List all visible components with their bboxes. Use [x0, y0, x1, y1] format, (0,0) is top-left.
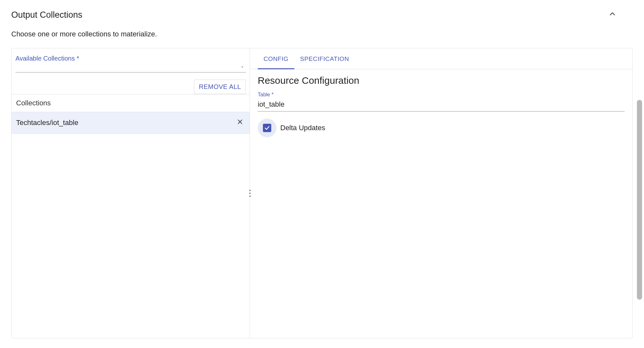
- tabs: CONFIG SPECIFICATION: [250, 48, 632, 69]
- collection-item[interactable]: Techtacles/iot_table: [12, 112, 250, 134]
- right-panel: CONFIG SPECIFICATION Resource Configurat…: [250, 48, 632, 338]
- remove-collection-button[interactable]: [235, 118, 245, 128]
- remove-all-row: REMOVE ALL: [12, 72, 250, 94]
- checkbox-checked-icon: [263, 124, 271, 132]
- panels: Available Collections * REMOVE ALL Colle…: [11, 48, 633, 338]
- available-collections-field: Available Collections *: [12, 48, 250, 72]
- delta-updates-label: Delta Updates: [280, 124, 325, 132]
- svg-point-4: [249, 196, 251, 197]
- dropdown-caret-icon[interactable]: [239, 63, 246, 72]
- svg-point-2: [249, 190, 251, 191]
- close-icon: [237, 119, 243, 125]
- table-label: Table *: [258, 92, 625, 98]
- available-collections-label: Available Collections *: [15, 55, 79, 62]
- remove-all-button[interactable]: REMOVE ALL: [194, 80, 246, 94]
- collections-header: Collections: [12, 94, 250, 112]
- config-body: Resource Configuration Table * Delta Upd…: [250, 69, 632, 143]
- section-title: Output Collections: [11, 10, 82, 20]
- section-subtitle: Choose one or more collections to materi…: [11, 30, 633, 38]
- tab-specification[interactable]: SPECIFICATION: [294, 48, 355, 69]
- left-panel: Available Collections * REMOVE ALL Colle…: [12, 48, 250, 338]
- chevron-up-icon[interactable]: [608, 10, 617, 20]
- available-collections-input[interactable]: [15, 64, 239, 71]
- scrollbar[interactable]: [637, 100, 642, 300]
- delta-updates-row: Delta Updates: [258, 119, 625, 137]
- section-header: Output Collections: [11, 10, 633, 20]
- resize-handle[interactable]: [246, 187, 254, 200]
- available-collections-combobox[interactable]: [15, 63, 246, 72]
- drag-dots-icon: [249, 189, 251, 198]
- svg-point-3: [249, 193, 251, 194]
- delta-updates-checkbox[interactable]: [258, 119, 276, 137]
- table-input[interactable]: [258, 98, 625, 111]
- collections-list: Techtacles/iot_table: [12, 112, 250, 338]
- collection-item-name: Techtacles/iot_table: [16, 119, 78, 127]
- tab-config[interactable]: CONFIG: [258, 48, 294, 69]
- resource-config-title: Resource Configuration: [258, 75, 625, 86]
